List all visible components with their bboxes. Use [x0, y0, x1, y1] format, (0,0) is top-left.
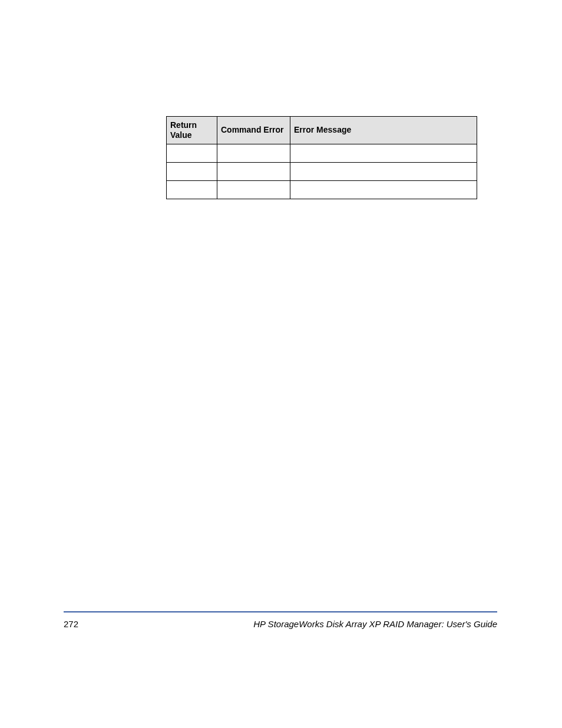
cell-error-message: [290, 144, 477, 162]
header-command-error: Command Error: [217, 117, 290, 144]
table-row: [167, 180, 477, 199]
cell-error-message: [290, 180, 477, 199]
table-header-row: Return Value Command Error Error Message: [167, 117, 477, 144]
error-table: Return Value Command Error Error Message: [166, 116, 477, 199]
cell-command-error: [217, 180, 290, 199]
footer-rule: [64, 611, 497, 612]
cell-command-error: [217, 144, 290, 162]
header-error-message: Error Message: [290, 117, 477, 144]
table-row: [167, 162, 477, 180]
content-area: Return Value Command Error Error Message: [166, 116, 477, 199]
page: Return Value Command Error Error Message: [0, 0, 562, 728]
table-row: [167, 144, 477, 162]
cell-return-value: [167, 144, 217, 162]
page-number: 272: [64, 619, 78, 629]
doc-title: HP StorageWorks Disk Array XP RAID Manag…: [253, 619, 497, 629]
cell-return-value: [167, 180, 217, 199]
cell-error-message: [290, 162, 477, 180]
cell-return-value: [167, 162, 217, 180]
header-return-value: Return Value: [167, 117, 217, 144]
footer: 272 HP StorageWorks Disk Array XP RAID M…: [64, 619, 497, 629]
cell-command-error: [217, 162, 290, 180]
